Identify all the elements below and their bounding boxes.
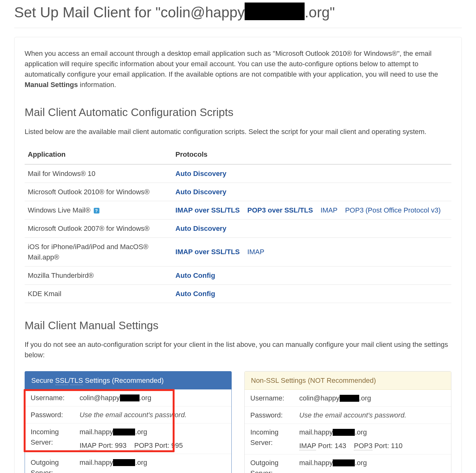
- ssl-abbr: SSL: [55, 377, 68, 385]
- protocol-link[interactable]: POP3 over SSL/TLS: [247, 206, 313, 214]
- intro-text: When you access an email account through…: [25, 48, 451, 90]
- redaction: [340, 395, 359, 402]
- protocol-link[interactable]: Auto Discovery: [176, 170, 226, 178]
- ssl-username-value: colin@happy.org: [80, 393, 226, 403]
- nonssl-password-hint: Use the email account's password.: [299, 411, 406, 419]
- ssl-incoming-row: Incoming Server: mail.happy.org IMAP Por…: [25, 423, 231, 454]
- pop3-abbr: POP3: [354, 442, 372, 450]
- manual-heading: Mail Client Manual Settings: [25, 317, 451, 334]
- nonssl-incoming-row: Incoming Server: mail.happy.org IMAP Por…: [245, 423, 451, 454]
- imap-abbr: IMAP: [299, 442, 316, 450]
- main-card: When you access an email account through…: [14, 37, 462, 473]
- ssl-panel: Secure SSL/TLS Settings (Recommended) Us…: [25, 371, 232, 473]
- help-icon[interactable]: ?: [94, 208, 99, 213]
- app-cell: Microsoft Outlook 2010® for Windows®: [25, 183, 172, 201]
- nonssl-username-row: Username: colin@happy.org: [245, 390, 451, 406]
- ssl-password-row: Password: Use the email account's passwo…: [25, 406, 231, 423]
- app-cell: Microsoft Outlook 2007® for Windows®: [25, 219, 172, 237]
- table-row: Microsoft Outlook 2007® for Windows®Auto…: [25, 219, 451, 237]
- nonssl-imap-port: Port: 143: [316, 442, 346, 450]
- tls-abbr: TLS: [70, 377, 83, 385]
- app-cell: KDE Kmail: [25, 284, 172, 303]
- protocol-link[interactable]: Auto Config: [176, 290, 215, 298]
- ssl-panel-head: Secure SSL/TLS Settings (Recommended): [25, 371, 231, 389]
- redaction: [113, 429, 135, 435]
- redaction: [333, 459, 355, 466]
- protocols-cell: Auto Config: [172, 284, 451, 303]
- auto-config-heading: Mail Client Automatic Configuration Scri…: [25, 104, 451, 121]
- scripts-table: Application Protocols Mail for Windows® …: [25, 145, 451, 303]
- redaction: [113, 459, 135, 466]
- table-row: Mail for Windows® 10Auto Discovery: [25, 164, 451, 183]
- page-title: Set Up Mail Client for "colin@happy.org": [14, 2, 462, 23]
- ssl-outgoing-host: mail.happy.org: [80, 457, 226, 468]
- nonssl-outgoing-host: mail.happy.org: [299, 458, 445, 468]
- protocol-link[interactable]: IMAP: [320, 206, 337, 214]
- app-cell: Windows Live Mail® ?: [25, 201, 172, 219]
- nonssl-panel: Non-SSL Settings (NOT Recommended) Usern…: [244, 371, 451, 473]
- table-row: KDE KmailAuto Config: [25, 284, 451, 303]
- nonssl-incoming-host: mail.happy.org: [299, 427, 445, 437]
- app-cell: iOS for iPhone/iPad/iPod and MacOS® Mail…: [25, 237, 172, 266]
- nonssl-username-value: colin@happy.org: [299, 393, 445, 403]
- protocol-link[interactable]: IMAP over SSL/TLS: [176, 206, 240, 214]
- table-row: Windows Live Mail® ?IMAP over SSL/TLSPOP…: [25, 201, 451, 219]
- table-row: iOS for iPhone/iPad/iPod and MacOS® Mail…: [25, 237, 451, 266]
- protocol-link[interactable]: IMAP over SSL/TLS: [176, 248, 240, 256]
- ssl-incoming-host: mail.happy.org: [80, 427, 226, 437]
- nonssl-pop3-port: Port: 110: [372, 442, 402, 450]
- page-title-pre: Set Up Mail Client for "colin@happy: [14, 4, 245, 20]
- ssl-imap-port: Port: 993: [96, 441, 126, 449]
- protocols-cell: IMAP over SSL/TLSIMAP: [172, 237, 451, 266]
- redaction: [120, 394, 140, 401]
- protocol-link[interactable]: Auto Discovery: [176, 188, 226, 196]
- protocols-cell: Auto Discovery: [172, 183, 451, 201]
- table-row: Microsoft Outlook 2010® for Windows®Auto…: [25, 183, 451, 201]
- ssl-username-row: Username: colin@happy.org: [25, 389, 231, 406]
- protocol-link[interactable]: POP3 (Post Office Protocol v3): [345, 206, 441, 214]
- page-title-post: .org": [305, 4, 335, 20]
- ssl-pop3-port: Port: 995: [153, 441, 183, 449]
- ssl-password-hint: Use the email account's password.: [80, 411, 187, 419]
- imap-abbr: IMAP: [80, 441, 96, 450]
- ssl-outgoing-row: Outgoing Server: mail.happy.org SMTP Por…: [25, 454, 231, 473]
- nonssl-outgoing-row: Outgoing Server: mail.happy.org SMTP Por…: [245, 454, 451, 473]
- protocols-cell: Auto Discovery: [172, 219, 451, 237]
- protocols-cell: Auto Discovery: [172, 164, 451, 183]
- nonssl-panel-head: Non-SSL Settings (NOT Recommended): [245, 371, 451, 390]
- auto-config-sub: Listed below are the available mail clie…: [25, 126, 451, 137]
- nonssl-password-row: Password: Use the email account's passwo…: [245, 406, 451, 423]
- app-cell: Mozilla Thunderbird®: [25, 266, 172, 284]
- protocol-link[interactable]: IMAP: [247, 248, 265, 256]
- protocol-link[interactable]: Auto Config: [176, 272, 215, 279]
- app-cell: Mail for Windows® 10: [25, 164, 172, 183]
- protocols-cell: IMAP over SSL/TLSPOP3 over SSL/TLSIMAPPO…: [172, 201, 451, 219]
- table-row: Mozilla Thunderbird®Auto Config: [25, 266, 451, 284]
- protocols-cell: Auto Config: [172, 266, 451, 284]
- th-application: Application: [25, 145, 172, 164]
- pop3-abbr: POP3: [134, 441, 153, 450]
- redaction: [333, 429, 355, 436]
- redaction: [245, 3, 305, 20]
- manual-sub: If you do not see an auto-configuration …: [25, 339, 451, 360]
- protocol-link[interactable]: Auto Discovery: [176, 225, 226, 232]
- th-protocols: Protocols: [172, 145, 451, 164]
